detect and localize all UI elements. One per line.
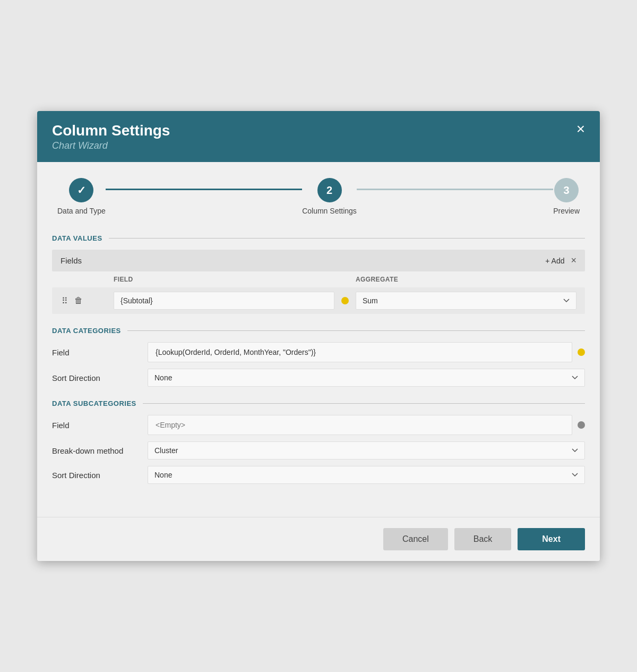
header-text: Column Settings Chart Wizard xyxy=(52,122,170,152)
subcategories-field-input[interactable] xyxy=(148,415,572,435)
connector-2 xyxy=(357,189,553,190)
step-3: 3 Preview xyxy=(553,178,580,215)
breakdown-value: Cluster Stack Overlay xyxy=(148,441,585,460)
aggregate-select[interactable]: Sum Count Average Min Max xyxy=(356,292,576,310)
step-2: 2 Column Settings xyxy=(302,178,357,215)
step-3-circle: 3 xyxy=(554,178,579,202)
field-value-input[interactable] xyxy=(114,292,334,310)
categories-field-value xyxy=(148,342,585,362)
categories-field-label: Field xyxy=(52,348,148,357)
breakdown-label: Break-down method xyxy=(52,446,148,455)
connector-1 xyxy=(106,189,302,190)
step-3-label: Preview xyxy=(553,207,580,215)
fields-bar-actions: + Add × xyxy=(545,255,576,266)
back-button[interactable]: Back xyxy=(454,528,512,550)
stepper: ✓ Data and Type 2 Column Settings 3 Prev… xyxy=(52,178,585,215)
next-button[interactable]: Next xyxy=(518,528,585,550)
subcategories-sort-value: None Ascending Descending xyxy=(148,466,585,484)
col-field-label: FIELD xyxy=(114,276,334,283)
step-1-label: Data and Type xyxy=(57,207,106,215)
breakdown-select[interactable]: Cluster Stack Overlay xyxy=(148,441,585,460)
fields-label: Fields xyxy=(61,256,82,265)
remove-field-button[interactable]: × xyxy=(571,255,576,266)
step-2-label: Column Settings xyxy=(302,207,357,215)
subcategories-sort-row: Sort Direction None Ascending Descending xyxy=(52,466,585,484)
data-subcategories-section-header: DATA SUBCATEGORIES xyxy=(52,399,585,407)
categories-field-input[interactable] xyxy=(148,342,572,362)
data-subcategories-line xyxy=(143,403,585,404)
col-dot-header xyxy=(334,276,356,283)
data-values-title: DATA VALUES xyxy=(52,234,102,242)
categories-dot-yellow xyxy=(578,348,585,356)
step-1: ✓ Data and Type xyxy=(57,178,106,215)
categories-sort-row: Sort Direction None Ascending Descending xyxy=(52,369,585,387)
col-aggregate-label: AGGREGATE xyxy=(356,276,576,283)
subcategories-field-value xyxy=(148,415,585,435)
dialog: Column Settings Chart Wizard × ✓ Data an… xyxy=(37,111,600,562)
data-values-section-header: DATA VALUES xyxy=(52,234,585,242)
dialog-title: Column Settings xyxy=(52,122,170,140)
table-header: FIELD AGGREGATE xyxy=(52,271,585,287)
dialog-footer: Cancel Back Next xyxy=(37,517,600,561)
subcategories-dot-gray xyxy=(578,421,585,429)
step-3-number: 3 xyxy=(564,184,570,197)
data-categories-title: DATA CATEGORIES xyxy=(52,327,121,335)
fields-bar: Fields + Add × xyxy=(52,250,585,271)
col-field-header xyxy=(61,276,114,283)
step-1-circle: ✓ xyxy=(69,178,93,202)
categories-sort-select[interactable]: None Ascending Descending xyxy=(148,369,585,387)
field-row: ⠿ 🗑 Sum Count Average Min Max xyxy=(52,287,585,314)
data-subcategories-title: DATA SUBCATEGORIES xyxy=(52,399,136,407)
dialog-header: Column Settings Chart Wizard × xyxy=(37,111,600,163)
categories-field-row: Field xyxy=(52,342,585,362)
subcategories-sort-select[interactable]: None Ascending Descending xyxy=(148,466,585,484)
categories-sort-label: Sort Direction xyxy=(52,373,148,382)
data-categories-section-header: DATA CATEGORIES xyxy=(52,327,585,335)
drag-handle-button[interactable]: ⠿ xyxy=(61,295,69,307)
subcategories-field-label: Field xyxy=(52,421,148,430)
field-dot-yellow xyxy=(341,297,349,304)
step-2-circle: 2 xyxy=(317,178,342,202)
row-icon-group: ⠿ 🗑 xyxy=(61,295,114,307)
data-values-line xyxy=(109,238,585,239)
step-1-check: ✓ xyxy=(77,184,86,197)
breakdown-row: Break-down method Cluster Stack Overlay xyxy=(52,441,585,460)
subcategories-field-row: Field xyxy=(52,415,585,435)
add-field-button[interactable]: + Add xyxy=(545,257,564,265)
dialog-subtitle: Chart Wizard xyxy=(52,140,170,151)
cancel-button[interactable]: Cancel xyxy=(383,528,448,550)
close-button[interactable]: × xyxy=(576,122,585,137)
categories-sort-value: None Ascending Descending xyxy=(148,369,585,387)
dot-yellow-container xyxy=(334,297,356,304)
data-categories-line xyxy=(127,330,585,331)
dialog-body: ✓ Data and Type 2 Column Settings 3 Prev… xyxy=(37,162,600,506)
delete-row-button[interactable]: 🗑 xyxy=(73,295,84,307)
step-2-number: 2 xyxy=(326,184,332,197)
subcategories-sort-label: Sort Direction xyxy=(52,471,148,480)
